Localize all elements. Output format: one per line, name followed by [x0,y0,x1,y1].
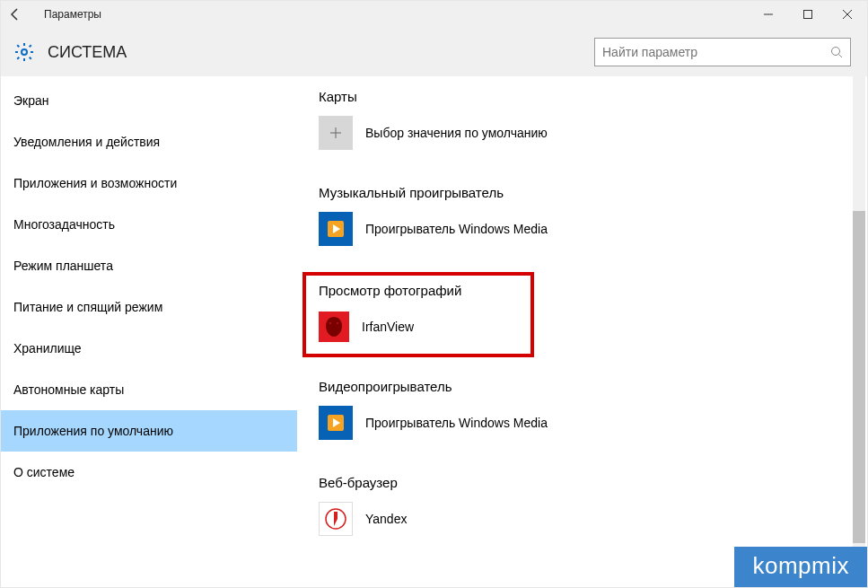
default-app-video[interactable]: Проигрыватель Windows Media [319,405,846,441]
group-title-video: Видеопроигрыватель [319,379,846,394]
sidebar-item-tablet-mode[interactable]: Режим планшета [1,245,297,286]
sidebar-item-multitasking[interactable]: Многозадачность [1,204,297,245]
svg-point-5 [832,48,840,56]
scrollbar-thumb[interactable] [853,211,865,543]
sidebar-item-about[interactable]: О системе [1,452,297,493]
watermark: kompmix [734,547,867,587]
sidebar-item-label: Автономные карты [13,382,124,397]
search-box[interactable] [594,38,851,66]
default-app-browser[interactable]: Yandex [319,501,846,537]
sidebar-item-display[interactable]: Экран [1,80,297,121]
highlight-photo-viewer: Просмотр фотографий IrfanView [302,272,534,357]
sidebar-item-apps-features[interactable]: Приложения и возможности [1,162,297,204]
maximize-button[interactable] [788,1,828,28]
group-title-browser: Веб-браузер [319,475,846,490]
svg-line-6 [839,55,843,58]
titlebar: Параметры [1,1,867,28]
search-icon [830,46,843,58]
app-label: Проигрыватель Windows Media [365,416,548,430]
app-label: Выбор значения по умолчанию [365,126,548,140]
gear-icon [13,41,35,63]
close-button[interactable] [828,1,867,28]
default-app-music[interactable]: Проигрыватель Windows Media [319,211,846,247]
sidebar-item-default-apps[interactable]: Приложения по умолчанию [1,410,297,452]
default-app-maps[interactable]: Выбор значения по умолчанию [319,115,846,151]
sidebar-item-label: Уведомления и действия [13,135,160,149]
sidebar-item-power-sleep[interactable]: Питание и спящий режим [1,286,297,328]
default-app-photos[interactable]: IrfanView [319,311,518,343]
main-content: Карты Выбор значения по умолчанию Музыка… [297,76,867,588]
sidebar-item-label: О системе [13,465,75,479]
wmp-icon [319,406,353,440]
plus-icon [319,116,353,150]
sidebar-item-notifications[interactable]: Уведомления и действия [1,121,297,162]
sidebar-item-storage[interactable]: Хранилище [1,328,297,369]
group-title-photos: Просмотр фотографий [319,283,518,298]
wmp-icon [319,212,353,246]
yandex-icon [319,502,353,536]
sidebar-item-label: Хранилище [13,341,82,355]
window-title: Параметры [44,8,101,21]
svg-point-4 [22,49,27,55]
irfanview-icon [319,312,349,342]
group-title-music: Музыкальный проигрыватель [319,185,846,200]
sidebar-item-label: Многозадачность [13,217,115,232]
search-input[interactable] [602,45,830,59]
app-label: Yandex [365,512,407,526]
back-button[interactable] [8,7,44,22]
minimize-button[interactable] [749,1,788,28]
section-title: СИСТЕМА [48,43,127,62]
sidebar-item-label: Приложения по умолчанию [13,424,173,438]
sidebar-item-label: Питание и спящий режим [13,300,162,314]
app-label: Проигрыватель Windows Media [365,222,548,236]
group-title-maps: Карты [319,89,846,104]
sidebar-item-label: Режим планшета [13,259,113,273]
svg-rect-1 [804,11,812,19]
sidebar-item-offline-maps[interactable]: Автономные карты [1,369,297,410]
sidebar-item-label: Экран [13,93,49,108]
header: СИСТЕМА [1,28,867,76]
app-label: IrfanView [362,320,414,334]
sidebar-item-label: Приложения и возможности [13,176,177,190]
sidebar: Экран Уведомления и действия Приложения … [1,76,297,588]
